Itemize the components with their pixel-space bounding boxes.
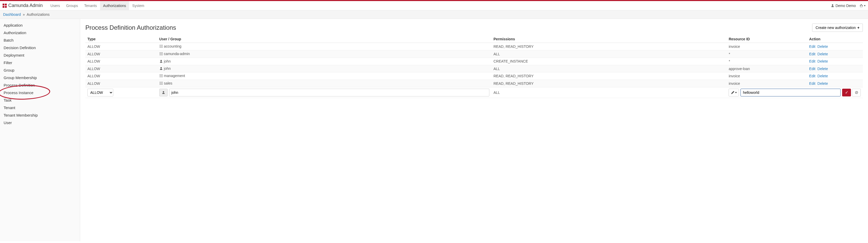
cell-usergroup: john [157,65,491,72]
cell-resource-id: approve-loan [726,65,807,72]
svg-point-36 [162,83,162,83]
svg-point-27 [162,75,162,76]
edit-link[interactable]: Edit [809,59,815,63]
cancel-button[interactable]: ⊘ [852,89,861,96]
cell-actions: Edit Delete [807,58,863,65]
cell-usergroup: john [157,58,491,65]
pencil-icon [731,91,734,94]
sidebar-item-task[interactable]: Task [0,96,80,104]
svg-point-29 [161,76,161,77]
nav-groups[interactable]: Groups [63,1,81,10]
svg-rect-2 [3,6,4,8]
cell-type: ALLOW [85,58,157,65]
sidebar-item-decision-definition[interactable]: Decision Definition [0,44,80,51]
home-icon [860,4,863,7]
svg-point-38 [161,84,161,84]
sidebar-item-process-definition[interactable]: Process Definition [0,81,80,89]
delete-link[interactable]: Delete [817,67,828,71]
cell-actions: Edit Delete [807,50,863,58]
svg-point-6 [162,45,162,45]
main-content: Process Definition Authorizations Create… [80,19,868,241]
sidebar-item-group[interactable]: Group [0,66,80,74]
cell-permissions: READ, READ_HISTORY [491,72,726,80]
delete-link[interactable]: Delete [817,81,828,85]
new-type-select[interactable]: ALLOW [87,89,113,96]
new-permissions-edit-button[interactable]: ▾ [728,89,739,96]
caret-down-icon: ▾ [864,4,865,7]
sidebar-item-application[interactable]: Application [0,22,80,29]
breadcrumb-dashboard[interactable]: Dashboard [3,12,21,16]
cell-usergroup: sales [157,80,491,87]
sidebar-item-authorization[interactable]: Authorization [0,29,80,36]
check-icon: ✓ [845,90,848,95]
group-icon [159,74,163,77]
new-usergroup-input[interactable] [169,89,489,96]
top-navbar: Camunda Admin Users Groups Tenants Autho… [0,0,868,10]
sidebar-item-user[interactable]: User [0,119,80,127]
delete-link[interactable]: Delete [817,74,828,78]
edit-link[interactable]: Edit [809,81,815,85]
table-row: ALLOWmanagementREAD, READ_HISTORYinvoice… [85,72,863,80]
svg-point-12 [162,47,162,47]
sidebar-item-filter[interactable]: Filter [0,59,80,66]
cell-resource-id: invoice [726,80,807,87]
sidebar-item-deployment[interactable]: Deployment [0,51,80,59]
nav-users[interactable]: Users [47,1,63,10]
th-action: Action [807,35,863,43]
user-menu[interactable]: Demo Demo ▾ [831,4,865,8]
user-icon [160,60,163,63]
svg-rect-1 [5,4,7,5]
table-row: ALLOWaccountingREAD, READ_HISTORYinvoice… [85,43,863,50]
svg-point-31 [160,82,160,82]
cell-actions: Edit Delete [807,80,863,87]
svg-point-21 [162,55,162,55]
breadcrumb-current: Authorizations [27,12,50,16]
camunda-logo-icon [3,4,7,8]
sidebar-item-group-membership[interactable]: Group Membership [0,74,80,81]
svg-point-13 [160,52,160,53]
group-icon [159,81,163,85]
svg-point-19 [160,55,160,55]
table-row: ALLOWsalesREAD, READ_HISTORYinvoiceEdit … [85,80,863,87]
sidebar-item-batch[interactable]: Batch [0,36,80,44]
cell-type: ALLOW [85,43,157,50]
svg-point-18 [162,53,162,54]
delete-link[interactable]: Delete [817,59,828,63]
sidebar-item-tenant[interactable]: Tenant [0,104,80,111]
sidebar-item-tenant-membership[interactable]: Tenant Membership [0,111,80,119]
svg-point-14 [161,52,161,53]
confirm-button[interactable]: ✓ [842,89,851,96]
brand-label: Camunda Admin [8,3,43,8]
cell-resource-id: invoice [726,72,807,80]
edit-link[interactable]: Edit [809,52,815,56]
svg-point-23 [161,74,161,75]
cell-permissions: ALL [491,65,726,72]
new-usergroup-type-toggle[interactable] [159,89,167,96]
svg-point-34 [160,83,160,83]
edit-link[interactable]: Edit [809,44,815,48]
sidebar-item-process-instance[interactable]: Process Instance [0,89,80,96]
cell-type: ALLOW [85,50,157,58]
delete-link[interactable]: Delete [817,52,828,56]
cell-resource-id: * [726,58,807,65]
brand[interactable]: Camunda Admin [3,3,43,8]
svg-point-26 [161,75,161,76]
svg-point-24 [162,74,162,75]
edit-link[interactable]: Edit [809,74,815,78]
svg-point-17 [161,53,161,54]
delete-link[interactable]: Delete [817,44,828,48]
nav-tenants[interactable]: Tenants [81,1,100,10]
nav-system[interactable]: System [129,1,148,10]
create-authorization-button[interactable]: Create new authorization + [812,24,863,32]
edit-link[interactable]: Edit [809,67,815,71]
user-name: Demo Demo [835,4,856,8]
cell-permissions: CREATE_INSTANCE [491,58,726,65]
sidebar: Application Authorization Batch Decision… [0,19,80,241]
svg-point-8 [161,46,161,46]
home-menu[interactable]: ▾ [860,4,865,7]
new-permissions-cell: ALL [491,87,726,98]
user-icon [162,91,165,94]
main-nav: Users Groups Tenants Authorizations Syst… [47,1,148,10]
nav-authorizations[interactable]: Authorizations [100,1,129,10]
new-resource-id-input[interactable] [741,89,841,96]
